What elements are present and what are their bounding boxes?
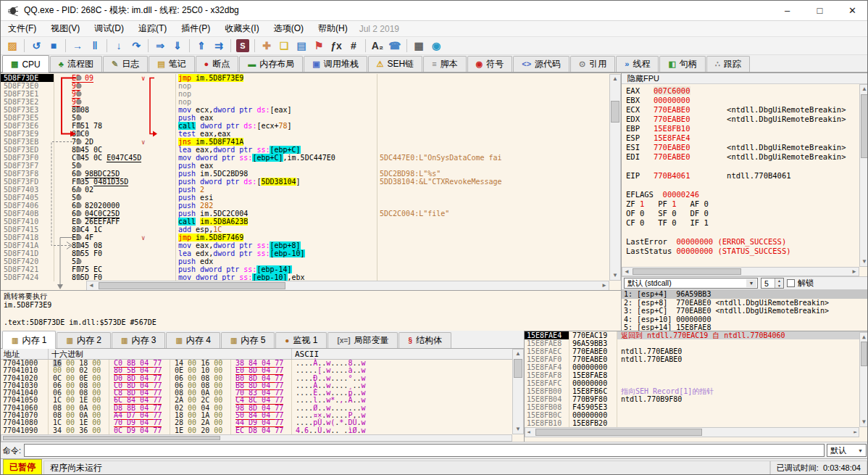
- stack-vertical-scrollbar[interactable]: ▲ ▼: [859, 332, 868, 427]
- stack-row[interactable]: 15E8FAF400000000: [525, 363, 868, 371]
- tab-断点[interactable]: ●断点: [196, 56, 239, 72]
- register-line[interactable]: EBP 15E8FB10: [626, 124, 859, 133]
- tab-脚本[interactable]: ≡脚本: [423, 56, 466, 72]
- menu-item-3[interactable]: 追踪(T): [131, 21, 174, 36]
- stack-row[interactable]: 15E8FB08F45905E3: [525, 403, 868, 411]
- disasm-row[interactable]: 5D8F73E550push eax: [1, 114, 609, 122]
- hide-fpu-button[interactable]: 隐藏FPU: [622, 73, 868, 84]
- toolbar-globe-icon[interactable]: ◉: [428, 38, 444, 53]
- register-line[interactable]: [626, 228, 859, 237]
- toolbar-run-to-user-code-icon[interactable]: ⇉: [211, 38, 227, 53]
- tab-内存 3[interactable]: ▥内存 3: [112, 332, 165, 348]
- disasm-row[interactable]: 5D8F73E38B08mov ecx,dword ptr ds:[eax]: [1, 106, 609, 114]
- toolbar-step-over-icon[interactable]: ↷: [128, 38, 144, 53]
- stack-panel[interactable]: 15E8FAE4770EAC19返回到 ntdll.770EAC19 自 ntd…: [524, 331, 868, 442]
- disasm-row[interactable]: 5D8F73DEEB 09jmp im.5D8F73E9: [1, 74, 609, 82]
- disasm-row[interactable]: 5D8F7421FF75 ECpush dword ptr ss:[ebp-14…: [1, 265, 609, 273]
- tab-跟踪[interactable]: ∴跟踪: [706, 56, 750, 72]
- checkbox-box[interactable]: [787, 279, 795, 287]
- disasm-row[interactable]: 5D8F73FDFF35 0481D35Dpush dword ptr ds:[…: [1, 178, 609, 186]
- stack-row[interactable]: 15E8FB1015E8FB20: [525, 419, 868, 427]
- tab-引用[interactable]: ⊙引用: [570, 56, 615, 72]
- disasm-row[interactable]: 5D8F741D8D55 F0lea edx,dword ptr ss:[ebp…: [1, 249, 609, 257]
- toolbar-calls-icon[interactable]: ☎: [387, 38, 403, 53]
- toolbar-label-icon[interactable]: ▤: [293, 38, 309, 53]
- toolbar-calculator-icon[interactable]: ▦: [411, 38, 427, 53]
- tab-句柄[interactable]: ◧句柄: [659, 56, 705, 72]
- menu-item-5[interactable]: 收藏夹(I): [217, 21, 266, 36]
- tab-流程图[interactable]: ♣流程图: [50, 56, 102, 72]
- disasm-row[interactable]: 5D8F73F0C745 0C E047C45Dmov dword ptr ss…: [1, 154, 609, 162]
- tab-局部变量[interactable]: [x=]局部变量: [327, 332, 398, 348]
- registers-list[interactable]: EAX 007C6000EBX 00000000ECX 770EABE0 <nt…: [622, 84, 859, 267]
- register-line[interactable]: EIP 770B4061 ntdll.770B4061: [626, 171, 859, 181]
- stack-row[interactable]: 15E8FB0C00000000: [525, 411, 868, 419]
- calling-convention-select[interactable]: 默认 (stdcall) ▼: [624, 278, 758, 289]
- argument-row[interactable]: 1: [esp+4] 96A59BB3: [622, 290, 868, 299]
- disassembly-panel[interactable]: 5D8F73DEEB 09jmp im.5D8F73E95D8F73E090no…: [1, 73, 621, 290]
- toolbar-pause-icon[interactable]: ‖: [87, 38, 103, 53]
- stack-row[interactable]: 15E8FB04770B9F80ntdll.770B9F80: [525, 395, 868, 403]
- chevron-down-icon[interactable]: ▼: [746, 279, 756, 287]
- menu-item-6[interactable]: 选项(O): [267, 21, 311, 36]
- disasm-row[interactable]: 5D8F741583C4 1Cadd esp,1C: [1, 226, 609, 234]
- toolbar-open-file-icon[interactable]: ▨: [4, 38, 20, 53]
- disasm-row[interactable]: 5D8F742052push edx: [1, 257, 609, 265]
- register-line[interactable]: ESP 15E8FAE4: [626, 133, 859, 143]
- disasm-row[interactable]: 5D8F740B68 04C0C25Dpush im.5DC2C0045DC2C…: [1, 210, 609, 218]
- minimize-button[interactable]: –: [771, 1, 804, 21]
- tab-内存 2[interactable]: ▥内存 2: [57, 332, 110, 348]
- tab-源代码[interactable]: <>源代码: [513, 56, 569, 72]
- register-line[interactable]: EDI 770EABE0 <ntdll.DbgUiRemoteBreakin>: [626, 152, 859, 162]
- close-button[interactable]: ✕: [836, 1, 868, 21]
- maximize-button[interactable]: □: [804, 1, 836, 21]
- disasm-row[interactable]: 5D8F73F868 98BDC25Dpush im.5DC2BD985DC2B…: [1, 170, 609, 178]
- stack-row[interactable]: 15E8FB0015E8FB6C指向SEH_Record[1]的指针: [525, 387, 868, 395]
- disasm-row[interactable]: 5D8F74036A 02push 2: [1, 186, 609, 194]
- disasm-row[interactable]: 5D8F73E985C0test eax,eax: [1, 130, 609, 138]
- tab-内存 4[interactable]: ▥内存 4: [166, 332, 220, 348]
- disassembly-horizontal-scrollbar[interactable]: ◄ ►: [86, 281, 609, 291]
- disasm-row[interactable]: 5D8F73E6FF51 78call dword ptr ds:[ecx+78…: [1, 122, 609, 130]
- disasm-row[interactable]: 5D8F740556push esi: [1, 194, 609, 202]
- registers-vertical-scrollbar[interactable]: ▲ ▼: [859, 84, 868, 267]
- menu-item-1[interactable]: 视图(V): [43, 21, 87, 36]
- stack-row[interactable]: 15E8FAEC770EABE0ntdll.770EABE0: [525, 347, 868, 355]
- register-line[interactable]: [626, 256, 859, 265]
- menu-item-7[interactable]: 帮助(H): [311, 21, 355, 36]
- argument-count-stepper[interactable]: 5 ▲▼: [761, 278, 784, 289]
- disasm-row[interactable]: 5D8F73E190nop: [1, 90, 609, 98]
- toolbar-strings-icon[interactable]: A₂: [370, 38, 385, 53]
- argument-row[interactable]: 3: [esp+C] 770EABE0 <ntdll.DbgUiRemoteBr…: [622, 307, 868, 315]
- tab-调用堆栈[interactable]: ▣调用堆栈: [304, 56, 367, 72]
- argument-row[interactable]: 2: [esp+8] 770EABE0 <ntdll.DbgUiRemoteBr…: [622, 299, 868, 307]
- stack-row[interactable]: 15E8FAF0770EABE0ntdll.770EABE0: [525, 355, 868, 363]
- tab-CPU[interactable]: ▦CPU: [2, 55, 49, 73]
- toolbar-patch-icon[interactable]: ✚: [259, 38, 275, 53]
- register-line[interactable]: EDX 770EABE0 <ntdll.DbgUiRemoteBreakin>: [626, 115, 859, 124]
- register-line[interactable]: [626, 162, 859, 171]
- disasm-row[interactable]: 5D8F73EB79 2Djns im.5D8F741A: [1, 138, 609, 146]
- tab-SEH链[interactable]: ⚠SEH链: [368, 56, 423, 72]
- registers-horizontal-scrollbar[interactable]: ◄ ►: [622, 267, 859, 276]
- toolbar-bookmark-icon[interactable]: ⚑: [311, 38, 327, 53]
- register-line[interactable]: LastError 00000000 (ERROR_SUCCESS): [626, 237, 859, 247]
- tab-笔记[interactable]: ▤笔记: [149, 56, 194, 72]
- toolbar-execute-till-return-icon[interactable]: ⇑: [193, 38, 209, 53]
- register-line[interactable]: EBX 00000000: [626, 96, 859, 105]
- spin-down-icon[interactable]: ▼: [775, 284, 783, 289]
- argument-row[interactable]: 4: [esp+10] 00000000: [622, 315, 868, 324]
- disasm-row[interactable]: 5D8F740668 82020000push 282: [1, 202, 609, 210]
- stack-horizontal-scrollbar[interactable]: ◄ ►: [525, 427, 859, 437]
- stack-row[interactable]: 15E8FAFC00000000: [525, 379, 868, 387]
- toolbar-step-out-icon[interactable]: ⇓: [170, 38, 185, 53]
- register-line[interactable]: CF 0 TF 0 IF 1: [626, 218, 859, 228]
- disasm-row[interactable]: 5D8F73F750push eax: [1, 162, 609, 170]
- toolbar-scylla-icon[interactable]: S: [236, 39, 249, 52]
- toolbar-stop-icon[interactable]: ■: [46, 38, 62, 53]
- disasm-row[interactable]: 5D8F7418EB 4Fjmp im.5D8F7469: [1, 234, 609, 241]
- stack-row[interactable]: 15E8FAF815E8FAE8: [525, 371, 868, 379]
- toolbar-comment-icon[interactable]: ❏: [276, 38, 292, 53]
- register-line[interactable]: [626, 181, 859, 190]
- arguments-list[interactable]: 1: [esp+4] 96A59BB32: [esp+8] 770EABE0 <…: [622, 289, 868, 331]
